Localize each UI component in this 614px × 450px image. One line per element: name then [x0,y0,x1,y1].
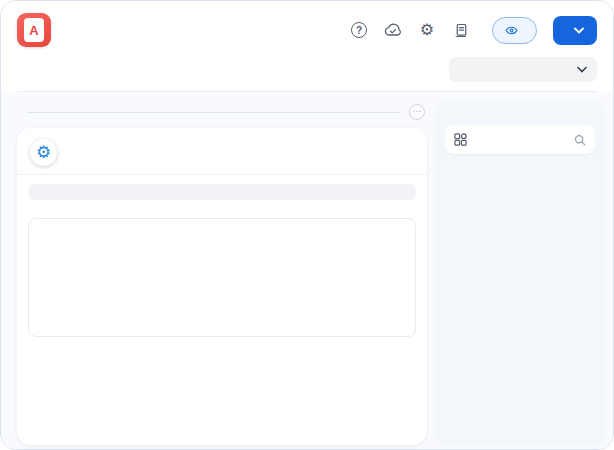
app-window: A ? ⚙ [0,0,614,450]
report-divider [17,174,427,175]
help-icon[interactable]: ? [350,21,368,39]
report-page-card[interactable]: ⚙ [17,128,427,445]
app-logo: A [17,13,51,47]
chart-plot-area [43,236,405,328]
chart-x-axis [39,328,405,331]
pdf-icon: A [24,18,44,42]
category-grid-icon [454,133,467,146]
share-button[interactable] [553,16,597,45]
editor-canvas: ⋯ ⚙ [1,92,613,450]
follower-growth-chart-card[interactable] [28,218,416,337]
page-options-button[interactable]: ⋯ [409,104,425,120]
cloud-sync-icon[interactable] [384,21,402,39]
chevron-down-icon [574,27,584,34]
header: A ? ⚙ [1,1,613,92]
report-title[interactable] [28,184,416,200]
chevron-down-icon [577,66,587,73]
search-icon [574,134,586,146]
brand-logo-icon: ⚙ [30,139,57,166]
live-data-button[interactable] [492,17,537,44]
search-metrics-bar[interactable] [445,125,595,154]
settings-icon[interactable]: ⚙ [418,21,436,39]
page-divider-line [27,112,401,113]
notes-icon[interactable] [452,21,470,39]
period-selector[interactable] [449,57,597,82]
blocks-sidebar [435,102,605,445]
eye-icon [505,24,518,37]
